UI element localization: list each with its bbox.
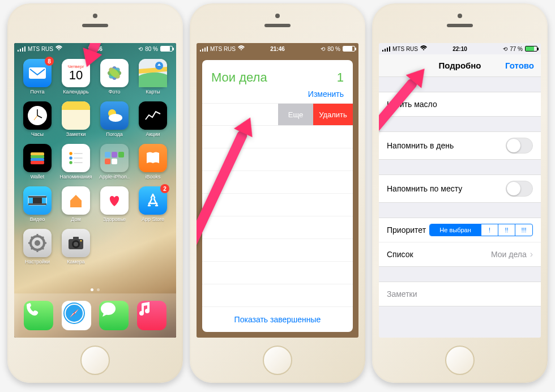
- reminder-item-swiped[interactable]: а Еще Удалить: [202, 103, 353, 126]
- carrier-label: MTS RUS: [28, 46, 53, 52]
- chevron-right-icon: ›: [530, 249, 533, 259]
- empty-lines[interactable]: [202, 126, 353, 306]
- app-label: Заметки: [66, 131, 86, 137]
- wifi-icon: [56, 45, 62, 52]
- svg-rect-30: [28, 203, 46, 205]
- app-label: Акции: [146, 131, 160, 137]
- app-camera[interactable]: Камера: [58, 229, 93, 265]
- app-reminders[interactable]: Напоминания: [58, 144, 93, 180]
- priority-opt-low[interactable]: !: [481, 224, 498, 236]
- app-label: Настройки: [25, 259, 50, 265]
- show-completed-button[interactable]: Показать завершенные: [202, 306, 353, 332]
- page-indicator[interactable]: [91, 288, 100, 291]
- app-video[interactable]: Видео: [20, 186, 55, 222]
- svg-point-43: [74, 242, 78, 246]
- priority-opt-med[interactable]: !!: [498, 224, 515, 236]
- app-label: Почта: [31, 89, 45, 95]
- app-label: Напоминания: [59, 174, 92, 180]
- priority-opt-high[interactable]: !!!: [515, 224, 532, 236]
- battery-percent: 80 %: [145, 46, 158, 52]
- phone-detail: MTS RUS 22:10 ⟲ 77 % Подробно Готово Куп…: [372, 3, 548, 383]
- app-maps[interactable]: Карты: [135, 59, 170, 95]
- reminder-title-row[interactable]: Купить масло: [379, 92, 541, 116]
- remind-day-label: Напомнить в день: [387, 141, 454, 150]
- status-bar: MTS RUS 22:10 ⟲ 77 %: [379, 43, 541, 54]
- nav-title: Подробно: [438, 61, 481, 70]
- detail-screen: Подробно Готово Купить масло Напомнить в…: [379, 43, 541, 338]
- phone-home: MTS RUS 21:46 ⟲ 80 % 8Почта Четверг10Кал…: [7, 3, 183, 383]
- app-calendar[interactable]: Четверг10Календарь: [58, 59, 93, 95]
- notes-label: Заметки: [387, 289, 417, 299]
- remind-loc-toggle[interactable]: [506, 181, 533, 197]
- app-label: App Store: [142, 216, 164, 222]
- svg-point-21: [69, 152, 72, 155]
- svg-point-45: [80, 240, 82, 242]
- reminder-name: Купить масло: [387, 100, 437, 109]
- battery-percent: 77 %: [510, 46, 523, 52]
- app-appstore[interactable]: 2App Store: [135, 186, 170, 222]
- app-ibooks[interactable]: iBooks: [135, 144, 170, 180]
- list-label: Список: [387, 250, 413, 259]
- app-clock[interactable]: Часы: [20, 101, 55, 137]
- done-button[interactable]: Готово: [505, 61, 534, 70]
- signal-bars-icon: [18, 46, 28, 52]
- rotation-lock-icon: ⟲: [138, 46, 143, 52]
- app-label: Дом: [71, 216, 80, 222]
- status-time: 21:46: [88, 46, 103, 52]
- priority-segmented[interactable]: Не выбран ! !! !!!: [429, 224, 533, 236]
- app-notes[interactable]: Заметки: [58, 101, 93, 137]
- list-row[interactable]: Список Мои дела›: [379, 242, 541, 266]
- app-home[interactable]: Дом: [58, 186, 93, 222]
- reminder-count: 1: [337, 70, 344, 85]
- battery-icon: [160, 46, 173, 52]
- svg-point-25: [69, 161, 72, 164]
- wifi-icon: [420, 45, 427, 52]
- reminder-item-text: а: [202, 104, 257, 125]
- svg-rect-0: [29, 67, 46, 79]
- dock-safari[interactable]: [62, 301, 91, 330]
- cal-date: 10: [69, 69, 83, 82]
- delete-button[interactable]: Удалить: [313, 104, 353, 125]
- notes-row[interactable]: Заметки: [379, 282, 541, 306]
- remind-day-toggle[interactable]: [506, 138, 533, 154]
- svg-point-49: [101, 302, 116, 315]
- app-stocks[interactable]: Акции: [135, 101, 170, 137]
- edit-button[interactable]: Изменить: [202, 90, 353, 103]
- carrier-label: MTS RUS: [210, 46, 236, 52]
- status-time: 22:10: [452, 46, 467, 52]
- svg-point-16: [109, 114, 122, 122]
- status-bar: MTS RUS 21:46 ⟲ 80 %: [197, 43, 358, 54]
- remind-at-loc-row: Напомнить по месту: [379, 175, 541, 202]
- dock-phone[interactable]: [24, 301, 53, 330]
- app-weather[interactable]: Погода: [97, 101, 132, 137]
- app-health[interactable]: Здоровье: [97, 186, 132, 222]
- status-bar: MTS RUS 21:46 ⟲ 80 %: [14, 43, 176, 54]
- app-wallet[interactable]: Wallet: [20, 144, 55, 180]
- more-button[interactable]: Еще: [278, 104, 313, 125]
- list-value: Мои дела: [491, 250, 527, 259]
- priority-row: Приоритет Не выбран ! !! !!!: [379, 218, 541, 242]
- home-screen: 8Почта Четверг10Календарь Фото Карты Час…: [14, 43, 176, 338]
- wifi-icon: [238, 45, 245, 52]
- dock-messages[interactable]: [99, 301, 129, 330]
- phone-reminders: MTS RUS 21:46 ⟲ 80 % Мои дела 1 Изменить…: [190, 3, 365, 383]
- battery-percent: 80 %: [327, 46, 340, 52]
- app-folder[interactable]: Apple-iPhon..: [97, 144, 132, 180]
- rotation-lock-icon: ⟲: [321, 46, 325, 52]
- priority-opt-none[interactable]: Не выбран: [430, 224, 481, 236]
- nav-bar: Подробно Готово: [379, 54, 541, 77]
- app-mail[interactable]: 8Почта: [20, 59, 55, 95]
- svg-point-32: [35, 240, 40, 246]
- svg-rect-28: [33, 197, 42, 204]
- svg-rect-44: [73, 237, 79, 240]
- priority-label: Приоритет: [387, 225, 426, 235]
- app-label: Карты: [146, 89, 160, 95]
- dock-music[interactable]: [137, 301, 166, 330]
- signal-bars-icon: [200, 46, 210, 52]
- app-photos[interactable]: Фото: [97, 59, 132, 95]
- app-settings[interactable]: Настройки: [20, 229, 55, 265]
- app-label: Календарь: [63, 89, 88, 95]
- dock: [14, 293, 176, 338]
- appstore-badge: 2: [160, 184, 169, 193]
- carrier-label: MTS RUS: [392, 46, 418, 52]
